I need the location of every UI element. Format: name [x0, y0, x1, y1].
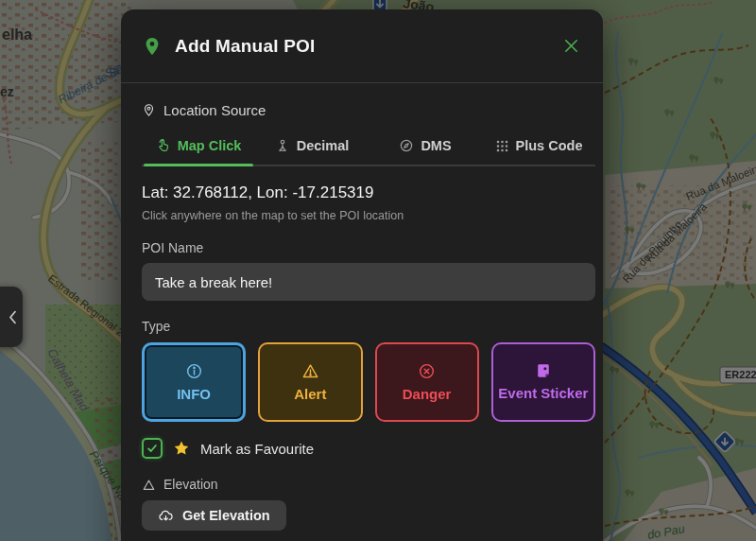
grid-dots-icon [495, 139, 509, 153]
star-icon [173, 440, 190, 457]
circle-x-icon [418, 362, 436, 380]
poi-type-selector: INFO Alert Danger [142, 342, 595, 422]
poi-name-input[interactable] [142, 263, 595, 301]
dialog-title: Add Manual POI [175, 36, 315, 57]
type-option-info[interactable]: INFO [142, 342, 246, 422]
tab-plus-code[interactable]: Plus Code [482, 130, 595, 165]
type-option-danger[interactable]: Danger [375, 342, 479, 422]
location-source-tabs: Map Click Decimal DMS [142, 130, 595, 166]
coordinates-readout: Lat: 32.768112, Lon: -17.215319 [142, 183, 595, 202]
surveyor-pin-icon [275, 138, 290, 153]
poi-name-label: POI Name [142, 240, 595, 255]
info-circle-icon [185, 362, 203, 380]
compass-icon [399, 138, 414, 153]
elevation-label: Elevation [163, 477, 218, 492]
sidebar-collapse-button[interactable] [0, 287, 23, 347]
warning-triangle-icon [301, 362, 319, 380]
type-option-alert[interactable]: Alert [258, 342, 362, 422]
type-option-label: Event Sticker [498, 385, 588, 401]
hand-click-icon [156, 138, 171, 153]
tab-label: DMS [421, 138, 451, 153]
tab-label: Plus Code [516, 138, 583, 153]
sticker-icon [535, 362, 552, 379]
pin-outline-icon [142, 103, 156, 117]
tab-map-click[interactable]: Map Click [142, 130, 255, 165]
type-option-label: INFO [177, 386, 211, 402]
checkmark-icon [146, 443, 158, 454]
tab-label: Map Click [178, 138, 242, 153]
chevron-left-icon [8, 309, 18, 325]
favourite-label: Mark as Favourite [200, 441, 314, 457]
tab-dms[interactable]: DMS [369, 130, 482, 165]
tab-label: Decimal [297, 138, 350, 153]
type-option-event-sticker[interactable]: Event Sticker [491, 342, 595, 422]
favourite-row: Mark as Favourite [142, 438, 595, 459]
tab-decimal[interactable]: Decimal [255, 130, 369, 165]
elevation-heading: Elevation [142, 477, 595, 492]
triangle-icon [142, 478, 156, 492]
map-click-hint: Click anywhere on the map to set the POI… [142, 209, 595, 222]
close-icon [562, 37, 580, 55]
type-label: Type [142, 319, 595, 334]
favourite-checkbox[interactable] [142, 438, 163, 459]
add-manual-poi-dialog: Add Manual POI Location Source Ma [121, 9, 603, 541]
map-pin-icon [142, 36, 163, 57]
close-button[interactable] [558, 33, 584, 59]
dialog-header: Add Manual POI [121, 9, 603, 83]
type-option-label: Alert [294, 386, 326, 402]
location-source-heading: Location Source [142, 102, 595, 118]
get-elevation-label: Get Elevation [182, 508, 270, 523]
get-elevation-button[interactable]: Get Elevation [142, 500, 286, 531]
app-window: elha ez Ribeira de São Sã Estrada Region… [0, 0, 756, 541]
location-source-label: Location Source [163, 102, 266, 118]
type-option-label: Danger [403, 386, 452, 402]
cloud-download-icon [158, 508, 174, 523]
